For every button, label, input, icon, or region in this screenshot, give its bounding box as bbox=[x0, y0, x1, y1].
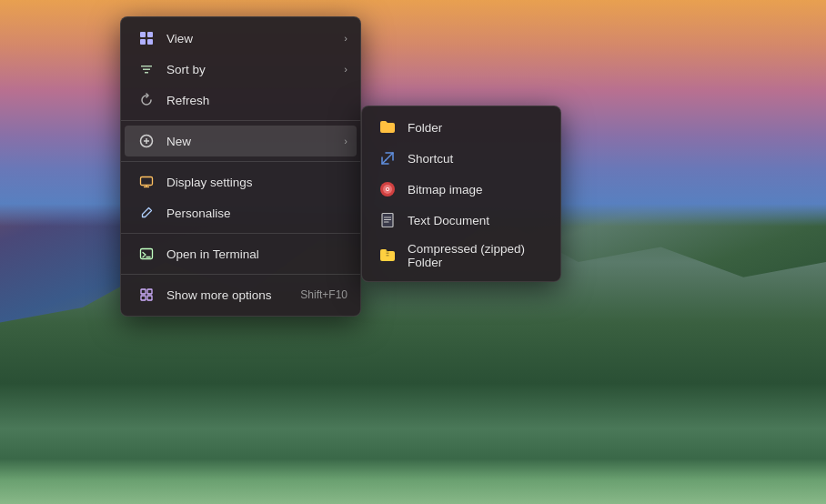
submenu-item-zip-label: Compressed (zipped) Folder bbox=[408, 242, 544, 269]
zip-icon bbox=[378, 247, 397, 265]
menu-item-show-more[interactable]: Show more options Shift+F10 bbox=[125, 279, 357, 310]
svg-rect-1 bbox=[147, 32, 153, 37]
svg-rect-12 bbox=[141, 289, 146, 294]
submenu-item-folder[interactable]: Folder bbox=[366, 112, 557, 143]
menu-item-refresh[interactable]: Refresh bbox=[125, 85, 357, 116]
menu-item-refresh-label: Refresh bbox=[166, 94, 209, 107]
menu-item-open-terminal-label: Open in Terminal bbox=[166, 247, 259, 261]
shortcut-icon bbox=[378, 149, 397, 167]
submenu-item-shortcut[interactable]: Shortcut bbox=[366, 143, 557, 174]
text-document-icon bbox=[378, 211, 397, 229]
menu-item-sort-by[interactable]: Sort by › bbox=[125, 54, 357, 85]
menu-item-show-more-label: Show more options bbox=[166, 288, 272, 302]
new-chevron: › bbox=[344, 136, 348, 146]
submenu-item-text-doc[interactable]: Text Document bbox=[366, 205, 557, 236]
svg-rect-15 bbox=[147, 296, 152, 300]
menu-item-view-label: View bbox=[166, 32, 193, 45]
menu-item-new[interactable]: New › bbox=[125, 126, 357, 156]
menu-item-display-settings[interactable]: Display settings bbox=[125, 166, 357, 197]
menu-item-open-terminal[interactable]: Open in Terminal bbox=[125, 238, 357, 269]
view-chevron: › bbox=[344, 33, 348, 44]
svg-rect-0 bbox=[140, 32, 146, 37]
submenu-item-folder-label: Folder bbox=[408, 121, 442, 135]
svg-rect-26 bbox=[387, 255, 389, 257]
separator-4 bbox=[121, 274, 360, 275]
folder-icon bbox=[378, 118, 397, 136]
separator-2 bbox=[121, 161, 360, 162]
separator-1 bbox=[121, 120, 360, 121]
svg-rect-14 bbox=[141, 296, 146, 300]
svg-point-19 bbox=[387, 188, 388, 190]
context-menu: View › Sort by › Refresh bbox=[120, 16, 361, 317]
menu-item-sort-by-label: Sort by bbox=[166, 63, 206, 76]
submenu-item-bitmap[interactable]: Bitmap image bbox=[366, 174, 557, 205]
submenu-item-shortcut-label: Shortcut bbox=[408, 152, 453, 166]
personalise-icon bbox=[137, 204, 156, 222]
menu-item-new-label: New bbox=[166, 135, 191, 148]
sort-chevron: › bbox=[344, 64, 348, 75]
menu-item-personalise-label: Personalise bbox=[166, 207, 231, 220]
menu-item-display-settings-label: Display settings bbox=[166, 176, 253, 189]
sort-icon bbox=[137, 60, 156, 78]
refresh-icon bbox=[137, 91, 156, 109]
submenu-item-bitmap-label: Bitmap image bbox=[408, 183, 483, 197]
new-icon bbox=[137, 132, 156, 150]
show-more-shortcut: Shift+F10 bbox=[300, 288, 348, 301]
menu-item-view[interactable]: View › bbox=[125, 23, 357, 54]
terminal-icon bbox=[137, 245, 156, 263]
svg-rect-3 bbox=[147, 39, 153, 45]
show-more-icon bbox=[137, 286, 156, 304]
svg-rect-2 bbox=[140, 39, 146, 45]
submenu-item-text-doc-label: Text Document bbox=[408, 214, 489, 227]
svg-rect-7 bbox=[141, 177, 153, 186]
bitmap-icon bbox=[378, 180, 397, 198]
display-settings-icon bbox=[137, 173, 156, 191]
separator-3 bbox=[121, 233, 360, 234]
submenu-new: Folder Shortcut Bitmap image bbox=[361, 106, 561, 282]
view-icon bbox=[137, 29, 156, 47]
menu-item-personalise[interactable]: Personalise bbox=[125, 197, 357, 228]
submenu-item-zip[interactable]: Compressed (zipped) Folder bbox=[366, 236, 557, 276]
svg-rect-24 bbox=[387, 250, 389, 252]
svg-rect-25 bbox=[387, 253, 389, 255]
svg-rect-13 bbox=[147, 289, 152, 294]
